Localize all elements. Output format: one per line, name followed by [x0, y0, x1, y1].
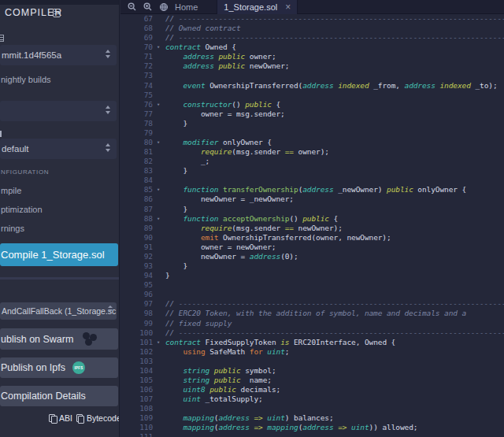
- close-icon[interactable]: ×: [285, 3, 291, 11]
- copy-bytecode-button[interactable]: Bytecode: [76, 413, 120, 423]
- contract-select[interactable]: AndCallFallBack (1_Storage.sc: [0, 302, 117, 320]
- book-icon: [53, 9, 61, 17]
- compile-button[interactable]: Compile 1_Storage.sol: [0, 243, 118, 266]
- code-line[interactable]: 97// -----------------------------------…: [120, 299, 504, 309]
- code-line[interactable]: 93 }: [120, 261, 504, 271]
- code-text: function transferOwnership(address _newO…: [165, 185, 466, 194]
- updown-arrows-icon: [106, 106, 110, 114]
- fold-spacer: [155, 71, 165, 80]
- code-text: // -------------------------------------…: [165, 299, 504, 309]
- code-text: }: [165, 205, 187, 214]
- code-line[interactable]: 72 address public newOwner;: [120, 61, 504, 71]
- code-line[interactable]: 86 newOwner = _newOwner;: [120, 194, 504, 204]
- code-line[interactable]: 70▾contract Owned {: [120, 43, 504, 52]
- fold-spacer: [155, 432, 165, 437]
- code-line[interactable]: 104 string public symbol;: [120, 366, 504, 376]
- fold-spacer: [155, 157, 165, 166]
- code-line[interactable]: 77 owner = msg.sender;: [120, 109, 504, 119]
- line-number: 85: [120, 185, 155, 194]
- fold-spacer: [155, 413, 165, 423]
- fold-arrow-icon[interactable]: ▾: [155, 138, 165, 147]
- code-line[interactable]: 81 require(msg.sender == owner);: [120, 147, 504, 157]
- zoom-out-icon[interactable]: [128, 2, 136, 11]
- code-line[interactable]: 75: [120, 91, 504, 100]
- auto-compile-label[interactable]: mpile: [1, 186, 21, 195]
- line-number: 105: [120, 376, 155, 385]
- code-line[interactable]: 92 newOwner = address(0);: [120, 252, 504, 261]
- enable-optimization-label[interactable]: ptimization: [1, 205, 43, 214]
- tab-home[interactable]: Home: [172, 0, 204, 14]
- code-line[interactable]: 85▾ function transferOwnership(address _…: [120, 185, 504, 194]
- code-line[interactable]: 105 string public name;: [120, 376, 504, 385]
- code-line[interactable]: 84: [120, 176, 504, 185]
- fold-arrow-icon[interactable]: ▾: [155, 338, 165, 347]
- evm-version-select[interactable]: default: [0, 139, 117, 159]
- code-text: uint _totalSupply;: [165, 394, 263, 404]
- tab-storage-sol[interactable]: 1_Storage.sol ×: [217, 0, 298, 14]
- tab-storage-label: 1_Storage.sol: [224, 2, 277, 12]
- fold-arrow-icon[interactable]: ▾: [155, 185, 165, 194]
- code-line[interactable]: 111: [120, 432, 504, 437]
- nightly-builds-label[interactable]: nightly builds: [1, 75, 51, 84]
- line-number: 97: [120, 299, 155, 309]
- line-number: 91: [120, 243, 155, 252]
- code-line[interactable]: 67// -----------------------------------…: [120, 14, 504, 24]
- ipfs-icon: IPFS: [72, 361, 85, 374]
- fold-arrow-icon[interactable]: ▾: [155, 214, 165, 224]
- hide-warnings-label[interactable]: rnings: [1, 224, 24, 233]
- code-line[interactable]: 80▾ modifier onlyOwner {: [120, 138, 504, 147]
- compiler-version-select[interactable]: mmit.1d4f565a: [0, 45, 117, 65]
- code-line[interactable]: 79: [120, 128, 504, 138]
- fold-spacer: [155, 205, 165, 214]
- code-line[interactable]: 103: [120, 357, 504, 366]
- code-line[interactable]: 69// -----------------------------------…: [120, 33, 504, 43]
- code-line[interactable]: 82 _;: [120, 157, 504, 166]
- code-line[interactable]: 95: [120, 280, 504, 290]
- code-line[interactable]: 98// ERC20 Token, with the addition of s…: [120, 309, 504, 318]
- code-line[interactable]: 109 mapping(address => uint) balances;: [120, 413, 504, 423]
- fold-arrow-icon[interactable]: ▾: [155, 100, 165, 109]
- code-line[interactable]: 106 uint8 public decimals;: [120, 385, 504, 394]
- line-number: 98: [120, 309, 155, 318]
- publish-ipfs-button[interactable]: Publish on Ipfs IPFS: [0, 357, 118, 378]
- code-line[interactable]: 102 using SafeMath for uint;: [120, 347, 504, 357]
- code-line[interactable]: 83 }: [120, 166, 504, 176]
- code-line[interactable]: 87 }: [120, 205, 504, 214]
- code-line[interactable]: 78 }: [120, 119, 504, 128]
- compiler-sidebar: COMPILER mmit.1d4f565a nightly builds de…: [0, 0, 120, 437]
- code-line[interactable]: 101▾contract FixedSupplyToken is ERC20In…: [120, 338, 504, 347]
- zoom-in-icon[interactable]: [143, 2, 152, 11]
- code-line[interactable]: 68// Owned contract: [120, 24, 504, 33]
- line-number: 89: [120, 224, 155, 233]
- compilation-details-button[interactable]: Compilation Details: [0, 386, 118, 406]
- code-line[interactable]: 91 owner = newOwner;: [120, 243, 504, 252]
- fold-arrow-icon[interactable]: ▾: [155, 43, 165, 52]
- copy-abi-button[interactable]: ABI: [49, 413, 72, 423]
- line-number: 72: [120, 61, 155, 71]
- code-editor: Home 1_Storage.sol × 67// --------------…: [120, 0, 504, 437]
- code-line[interactable]: 74 event OwnershipTransferred(address in…: [120, 81, 504, 91]
- code-line[interactable]: 96: [120, 290, 504, 299]
- code-line[interactable]: 89 require(msg.sender == newOwner);: [120, 224, 504, 233]
- code-line[interactable]: 76▾ constructor() public {: [120, 100, 504, 109]
- language-select[interactable]: [0, 101, 117, 121]
- copy-icon: [49, 414, 56, 423]
- code-text: // -------------------------------------…: [165, 14, 504, 24]
- code-line[interactable]: 94}: [120, 271, 504, 280]
- code-line[interactable]: 90 emit OwnershipTransferred(owner, newO…: [120, 233, 504, 243]
- code-line[interactable]: 88▾ function acceptOwnership() public {: [120, 214, 504, 224]
- code-text: require(msg.sender == owner);: [165, 147, 329, 157]
- publish-swarm-button[interactable]: ublish on Swarm: [0, 328, 118, 350]
- fold-spacer: [155, 91, 165, 100]
- code-lines[interactable]: 67// -----------------------------------…: [120, 14, 504, 437]
- code-line[interactable]: 107 uint _totalSupply;: [120, 394, 504, 404]
- fold-spacer: [155, 290, 165, 299]
- code-line[interactable]: 100// ----------------------------------…: [120, 328, 504, 338]
- code-line[interactable]: 71 address public owner;: [120, 52, 504, 61]
- code-line[interactable]: 108: [120, 404, 504, 413]
- code-line[interactable]: 110 mapping(address => mapping(address =…: [120, 423, 504, 432]
- fold-spacer: [155, 14, 165, 24]
- line-number: 69: [120, 33, 155, 43]
- code-line[interactable]: 99// fixed supply: [120, 319, 504, 328]
- code-line[interactable]: 73: [120, 71, 504, 80]
